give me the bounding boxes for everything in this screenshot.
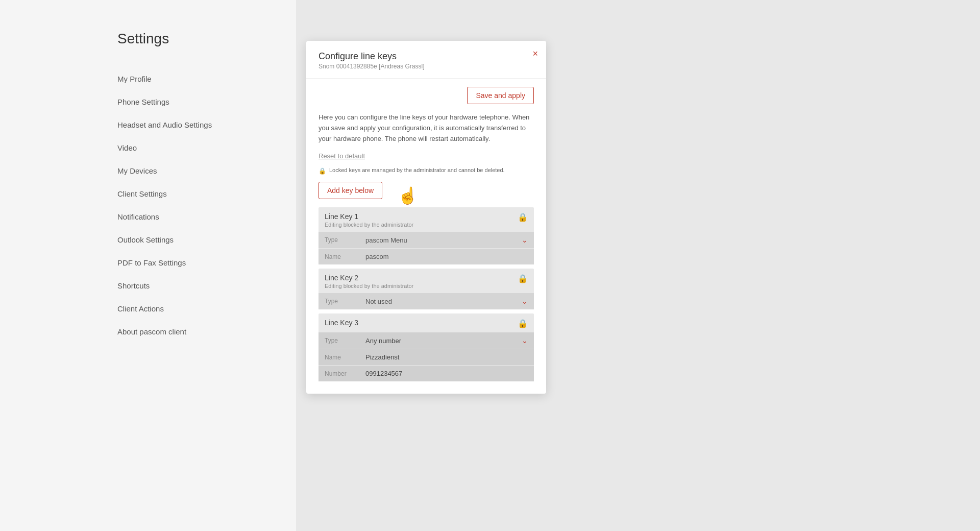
reset-to-default-link[interactable]: Reset to default [318,152,365,160]
line-key-3-title: Line Key 3 [325,319,358,327]
save-and-apply-button[interactable]: Save and apply [467,87,534,104]
line-key-3-section: Line Key 3 🔒 Type Any number ⌄ Name Pizz… [318,313,534,381]
sidebar-item-pdf-fax[interactable]: PDF to Fax Settings [117,251,296,274]
line-key-1-type-row: Type pascom Menu ⌄ [318,232,534,248]
sidebar-item-headset-audio[interactable]: Headset and Audio Settings [117,113,296,136]
line-key-1-info: Line Key 1 Editing blocked by the admini… [325,212,413,228]
modal-body: Save and apply Here you can configure th… [306,79,546,394]
sidebar: Settings My Profile Phone Settings Heads… [0,0,296,531]
line-key-3-name-label: Name [325,354,365,361]
configure-line-keys-modal: Configure line keys Snom 00041392885e [A… [306,41,546,394]
line-key-2-type-dropdown-arrow[interactable]: ⌄ [522,297,528,305]
lock-notice-text: Locked keys are managed by the administr… [329,167,505,173]
line-key-2-header: Line Key 2 Editing blocked by the admini… [318,269,534,293]
line-key-1-subtitle: Editing blocked by the administrator [325,222,413,228]
line-key-1-type-dropdown-arrow[interactable]: ⌄ [522,236,528,244]
modal-header: Configure line keys Snom 00041392885e [A… [306,41,546,79]
modal-title: Configure line keys [318,51,534,62]
sidebar-item-my-profile[interactable]: My Profile [117,67,296,90]
line-key-1-name-label: Name [325,253,365,260]
line-key-2-type-row: Type Not used ⌄ [318,293,534,309]
close-button[interactable]: × [532,49,538,58]
sidebar-title: Settings [117,31,296,47]
line-key-1-name-row: Name pascom [318,249,534,264]
line-key-3-header: Line Key 3 🔒 [318,313,534,332]
sidebar-item-client-actions[interactable]: Client Actions [117,297,296,320]
line-key-2-lock-icon: 🔒 [518,274,528,283]
line-key-2-info: Line Key 2 Editing blocked by the admini… [325,274,413,289]
add-key-below-button[interactable]: Add key below [318,182,382,199]
line-key-2-section: Line Key 2 Editing blocked by the admini… [318,269,534,309]
modal-subtitle: Snom 00041392885e [Andreas Grassl] [318,63,534,70]
sidebar-item-about[interactable]: About pascom client [117,320,296,343]
line-key-1-type-label: Type [325,236,365,244]
line-key-3-type-label: Type [325,337,365,344]
line-key-3-type-dropdown-arrow[interactable]: ⌄ [522,336,528,345]
line-key-3-type-value: Any number [365,337,522,345]
line-key-3-name-row: Name Pizzadienst [318,349,534,365]
line-key-1-title: Line Key 1 [325,212,413,221]
line-key-1-section: Line Key 1 Editing blocked by the admini… [318,207,534,264]
main-area: Configure line keys Snom 00041392885e [A… [296,0,980,531]
sidebar-nav: My Profile Phone Settings Headset and Au… [117,67,296,343]
description-text: Here you can configure the line keys of … [318,112,534,144]
line-key-2-type-label: Type [325,298,365,305]
lock-icon-small: 🔒 [318,167,326,175]
line-key-3-number-value: 0991234567 [365,370,528,377]
sidebar-item-my-devices[interactable]: My Devices [117,159,296,182]
sidebar-item-shortcuts[interactable]: Shortcuts [117,274,296,297]
sidebar-item-notifications[interactable]: Notifications [117,205,296,228]
cursor-hand-icon: ☝️ [398,186,418,205]
line-key-1-lock-icon: 🔒 [518,212,528,222]
sidebar-item-outlook-settings[interactable]: Outlook Settings [117,228,296,251]
line-key-3-lock-icon: 🔒 [518,319,528,328]
line-key-2-type-value: Not used [365,298,522,305]
line-key-2-subtitle: Editing blocked by the administrator [325,283,413,289]
line-key-3-info: Line Key 3 [325,319,358,327]
line-key-2-title: Line Key 2 [325,274,413,282]
line-key-3-number-label: Number [325,370,365,377]
sidebar-item-client-settings[interactable]: Client Settings [117,182,296,205]
sidebar-item-video[interactable]: Video [117,136,296,159]
line-key-1-name-value: pascom [365,253,528,260]
lock-notice: 🔒 Locked keys are managed by the adminis… [318,167,534,175]
line-key-1-header: Line Key 1 Editing blocked by the admini… [318,207,534,232]
line-key-1-type-value: pascom Menu [365,236,522,244]
line-key-3-number-row: Number 0991234567 [318,366,534,381]
line-key-3-type-row: Type Any number ⌄ [318,332,534,349]
sidebar-item-phone-settings[interactable]: Phone Settings [117,90,296,113]
line-key-3-name-value: Pizzadienst [365,353,528,361]
